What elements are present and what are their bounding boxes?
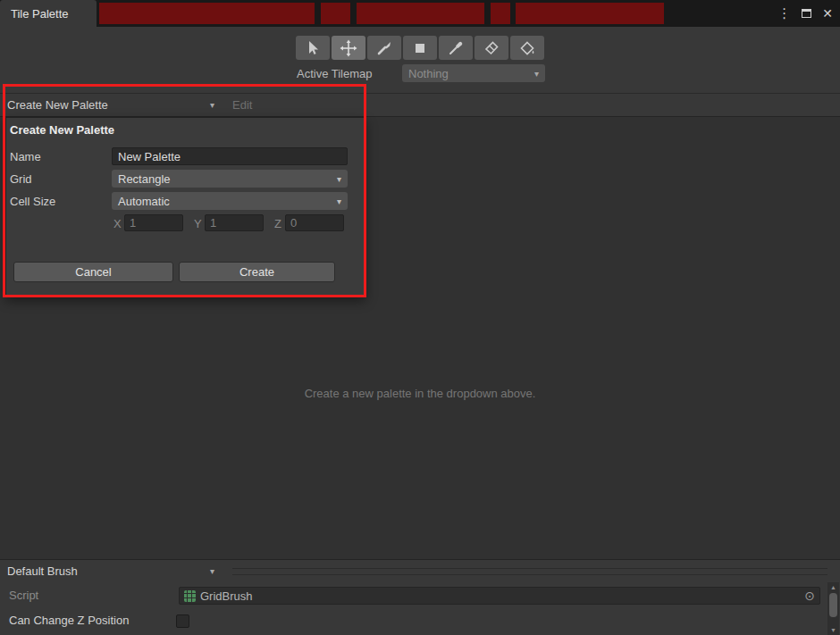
move-icon (340, 39, 357, 57)
tool-move-button[interactable] (332, 36, 365, 60)
tool-brush-button[interactable] (367, 36, 401, 60)
redacted-menu-block (99, 3, 315, 24)
scrollbar-thumb[interactable] (829, 593, 837, 617)
empty-state-message: Create a new palette in the dropdown abo… (0, 387, 840, 400)
object-picker-icon[interactable]: ⊙ (804, 589, 815, 603)
tool-select-button[interactable] (296, 36, 330, 60)
edit-button[interactable]: Edit (232, 98, 252, 112)
tool-picker-button[interactable] (439, 36, 473, 60)
redacted-menu-block (321, 3, 350, 24)
chevron-down-icon: ▾ (337, 174, 341, 184)
gridbrush-icon (184, 590, 196, 602)
close-icon[interactable]: ✕ (822, 6, 833, 21)
create-palette-popup: Create New Palette Name Grid Rectangle ▾… (5, 117, 365, 297)
name-label: Name (10, 150, 41, 163)
can-change-z-label: Can Change Z Position (9, 614, 129, 627)
x-axis-label: X (113, 217, 122, 230)
tilemap-toolbar: Active Tilemap Nothing ▾ (0, 27, 840, 93)
brush-selector-row: Default Brush ▾ (0, 559, 840, 581)
active-tilemap-dropdown[interactable]: Nothing ▾ (402, 64, 545, 82)
tool-eraser-button[interactable] (475, 36, 508, 60)
tab-title: Tile Palette (11, 7, 69, 21)
y-axis-label: Y (194, 217, 202, 230)
grid-dropdown-value: Rectangle (118, 172, 171, 186)
z-position-checkbox[interactable] (176, 614, 189, 628)
maximize-icon[interactable] (802, 9, 811, 18)
script-label: Script (9, 589, 38, 602)
brush-icon (375, 39, 393, 57)
z-position-row: Can Change Z Position (0, 608, 840, 635)
cursor-icon (304, 39, 322, 57)
script-object-value: GridBrush (200, 589, 253, 603)
active-tilemap-label: Active Tilemap (297, 67, 373, 80)
create-button[interactable]: Create (179, 262, 335, 282)
paint-bucket-icon (518, 39, 536, 57)
cell-size-dropdown-value: Automatic (118, 195, 170, 208)
kebab-menu-icon[interactable]: ⋮ (777, 5, 791, 21)
box-icon (411, 39, 429, 57)
splitter-grip (232, 568, 827, 575)
redacted-menu-block (516, 3, 664, 24)
palette-bar: Create New Palette ▾ Edit (0, 93, 840, 117)
scroll-up-icon[interactable]: ▲ (827, 582, 839, 592)
cancel-button[interactable]: Cancel (13, 262, 173, 282)
redacted-menu-block (491, 3, 510, 24)
tool-box-button[interactable] (403, 36, 437, 60)
scroll-down-icon[interactable]: ▼ (827, 625, 839, 635)
chevron-down-icon: ▾ (210, 100, 214, 110)
active-tilemap-value: Nothing (408, 67, 449, 80)
tab-bar: Tile Palette ⋮ ✕ (0, 0, 840, 27)
cell-size-dropdown[interactable]: Automatic ▾ (112, 192, 348, 210)
cell-size-label: Cell Size (10, 195, 55, 208)
chevron-down-icon: ▾ (210, 566, 214, 576)
popup-title: Create New Palette (10, 123, 114, 137)
grid-dropdown[interactable]: Rectangle ▾ (112, 170, 348, 188)
window-controls: ⋮ ✕ (777, 0, 833, 27)
tool-fill-button[interactable] (510, 36, 544, 60)
vertical-scrollbar[interactable]: ▲ ▼ (827, 582, 839, 635)
brush-dropdown-value: Default Brush (7, 564, 78, 578)
z-input[interactable] (285, 214, 344, 231)
chevron-down-icon: ▾ (534, 69, 539, 79)
palette-dropdown[interactable]: Create New Palette ▾ (0, 94, 222, 116)
palette-dropdown-value: Create New Palette (7, 98, 108, 112)
redacted-menu-block (357, 3, 484, 24)
eraser-icon (483, 39, 500, 57)
y-input[interactable] (205, 214, 264, 231)
name-input[interactable] (112, 147, 348, 165)
x-input[interactable] (124, 214, 183, 231)
script-object-field[interactable]: GridBrush ⊙ (179, 587, 820, 605)
tool-button-group (296, 36, 544, 60)
z-axis-label: Z (274, 217, 281, 230)
chevron-down-icon: ▾ (337, 196, 341, 206)
eyedropper-icon (447, 39, 465, 57)
script-row: Script GridBrush ⊙ (0, 581, 840, 608)
tab-tile-palette[interactable]: Tile Palette (0, 0, 97, 27)
brush-dropdown[interactable]: Default Brush ▾ (0, 560, 223, 582)
grid-label: Grid (10, 172, 32, 186)
